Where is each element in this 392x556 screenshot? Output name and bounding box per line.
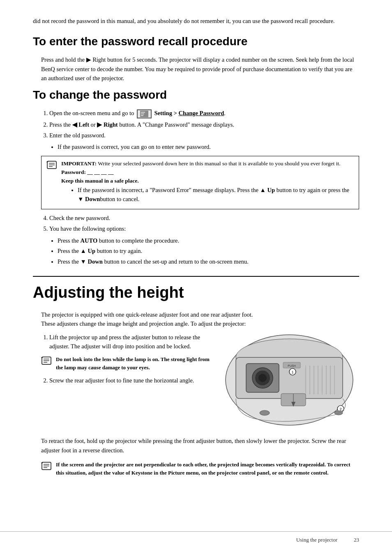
svg-text:1: 1: [291, 370, 293, 374]
footer-section: Using the projector: [296, 536, 337, 544]
svg-rect-1: [141, 112, 145, 113]
important-label: IMPORTANT:: [61, 160, 97, 167]
footer: Using the projector 23: [0, 531, 392, 544]
svg-text:PUSH: PUSH: [288, 364, 295, 367]
note-box-1: Do not look into the lens while the lamp…: [41, 355, 215, 372]
option-up: Press the ▲ Up button to try again.: [58, 246, 359, 255]
option-down: Press the ▼ Down button to cancel the se…: [58, 257, 359, 266]
important-box: IMPORTANT: Write your selected password …: [41, 156, 359, 209]
recall-heading: To enter the password recall procedure: [33, 33, 359, 50]
svg-point-36: [260, 410, 270, 415]
adjusting-height-body: The projector is equipped with one quick…: [41, 310, 359, 477]
step-with-image: Lift the projector up and press the adju…: [41, 333, 359, 430]
projector-image: PUSH 1 2: [224, 333, 359, 430]
menu-svg-icon: [140, 111, 148, 117]
note-icon-1: [41, 356, 53, 366]
recall-body: Press and hold the ▶ Right button for 5 …: [41, 55, 359, 83]
note-2-text: If the screen and the projector are not …: [56, 461, 359, 477]
important-text: IMPORTANT: Write your selected password …: [61, 160, 354, 168]
adjust-intro2: These adjusters change the image height …: [41, 319, 359, 328]
svg-rect-3: [141, 115, 143, 116]
adjust-steps-ol: Lift the projector up and press the adju…: [49, 333, 215, 351]
page: did not record the password in this manu…: [0, 0, 392, 556]
adjust-steps-2: Screw the rear adjuster foot to fine tun…: [49, 376, 215, 385]
step-2: Press the ◀ Left or ▶ Right button. A "C…: [49, 120, 359, 129]
adjusting-height-heading: Adjusting the height: [33, 276, 359, 304]
footer-page: 23: [354, 536, 359, 544]
note-1-text: Do not look into the lens while the lamp…: [56, 355, 215, 372]
important-content: IMPORTANT: Write your selected password …: [61, 160, 354, 206]
incorrect-note-list: If the password is incorrect, a "Passwor…: [78, 185, 354, 204]
step-3-note: If the password is correct, you can go o…: [58, 142, 359, 151]
svg-point-18: [258, 374, 267, 382]
incorrect-note: If the password is incorrect, a "Passwor…: [78, 185, 354, 204]
note-box-2: If the screen and the projector are not …: [41, 461, 359, 477]
important-icon: [46, 160, 58, 170]
steps-4-5: Check the new password. You have the fol…: [49, 213, 359, 234]
step-3-bullet: If the password is correct, you can go o…: [58, 142, 359, 151]
keep-label: Keep this manual in a safe place.: [61, 177, 354, 185]
intro-paragraph: did not record the password in this manu…: [33, 16, 359, 25]
adjust-step-1: Lift the projector up and press the adju…: [49, 333, 215, 351]
retract-text: To retract the foot, hold up the project…: [41, 436, 359, 455]
adjust-intro1: The projector is equipped with one quick…: [41, 310, 359, 319]
password-line: Password: __ __ __ __: [61, 168, 354, 177]
step-5: You have the following options:: [49, 224, 359, 233]
projector-svg: PUSH 1 2: [224, 333, 355, 427]
step-4: Check the new password.: [49, 213, 359, 222]
note-icon-2: [41, 461, 53, 471]
footer-text: Using the projector 23: [296, 536, 359, 544]
setting-label: Setting > Change Password: [154, 110, 224, 116]
adjust-step-2: Screw the rear adjuster foot to fine tun…: [49, 376, 215, 385]
options-list: Press the AUTO button to complete the pr…: [58, 236, 359, 266]
setting-menu-icon: [137, 109, 152, 118]
svg-rect-2: [141, 114, 144, 114]
svg-text:2: 2: [339, 407, 341, 411]
step-3: Enter the old password.: [49, 131, 359, 140]
step-1: Open the on-screen menu and go to Settin…: [49, 109, 359, 118]
change-password-steps: Open the on-screen menu and go to Settin…: [49, 109, 359, 140]
change-password-heading: To change the password: [33, 86, 359, 104]
option-auto: Press the AUTO button to complete the pr…: [58, 236, 359, 245]
step-left-column: Lift the projector up and press the adju…: [41, 333, 215, 430]
